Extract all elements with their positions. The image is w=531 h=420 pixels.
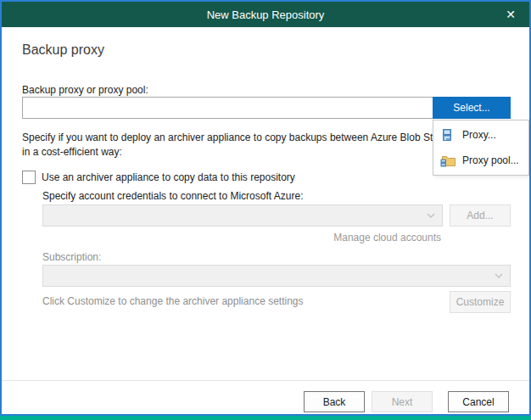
subscription-combobox[interactable] xyxy=(42,265,511,287)
select-dropdown-menu: Proxy... Proxy pool... xyxy=(433,120,529,176)
back-button[interactable]: Back xyxy=(304,391,365,412)
archiver-description-line2: in a cost-efficient way: xyxy=(22,145,459,160)
archiver-description: Specify if you want to deploy an archive… xyxy=(22,131,459,160)
proxy-pool-label: Backup proxy or proxy pool: xyxy=(22,84,148,96)
new-backup-repository-dialog: New Backup Repository ✕ Backup proxy Bac… xyxy=(0,0,531,416)
chevron-down-icon xyxy=(427,213,435,219)
page-title: Backup proxy xyxy=(22,42,104,58)
customize-button[interactable]: Customize xyxy=(450,291,511,313)
manage-cloud-accounts-link[interactable]: Manage cloud accounts xyxy=(42,232,441,244)
menu-item-proxy[interactable]: Proxy... xyxy=(433,122,528,148)
customize-hint: Click Customize to change the archiver a… xyxy=(42,295,304,307)
proxy-pool-input[interactable] xyxy=(22,97,435,119)
desktop-taskbar-strip xyxy=(0,416,531,420)
add-button[interactable]: Add... xyxy=(450,204,511,227)
archiver-checkbox[interactable] xyxy=(22,171,36,184)
archiver-checkbox-row: Use an archiver appliance to copy data t… xyxy=(22,171,295,184)
window-title: New Backup Repository xyxy=(207,8,325,21)
archiver-description-line1: Specify if you want to deploy an archive… xyxy=(22,131,459,145)
chevron-down-icon xyxy=(495,273,503,279)
next-button[interactable]: Next xyxy=(372,391,433,412)
subscription-label: Subscription: xyxy=(42,251,101,263)
menu-item-proxy-pool[interactable]: Proxy pool... xyxy=(433,148,528,173)
close-icon[interactable]: ✕ xyxy=(492,2,529,27)
archiver-checkbox-label: Use an archiver appliance to copy data t… xyxy=(42,171,295,183)
cancel-button[interactable]: Cancel xyxy=(448,391,509,412)
credentials-combobox[interactable] xyxy=(42,204,443,227)
proxy-pool-folder-icon xyxy=(440,154,456,167)
proxy-server-icon xyxy=(440,128,456,142)
select-button[interactable]: Select... xyxy=(433,97,511,119)
title-bar: New Backup Repository xyxy=(2,2,529,27)
menu-item-label: Proxy pool... xyxy=(462,154,519,166)
menu-item-label: Proxy... xyxy=(462,129,496,141)
footer-separator xyxy=(2,380,529,381)
credentials-label: Specify account credentials to connect t… xyxy=(42,190,304,202)
